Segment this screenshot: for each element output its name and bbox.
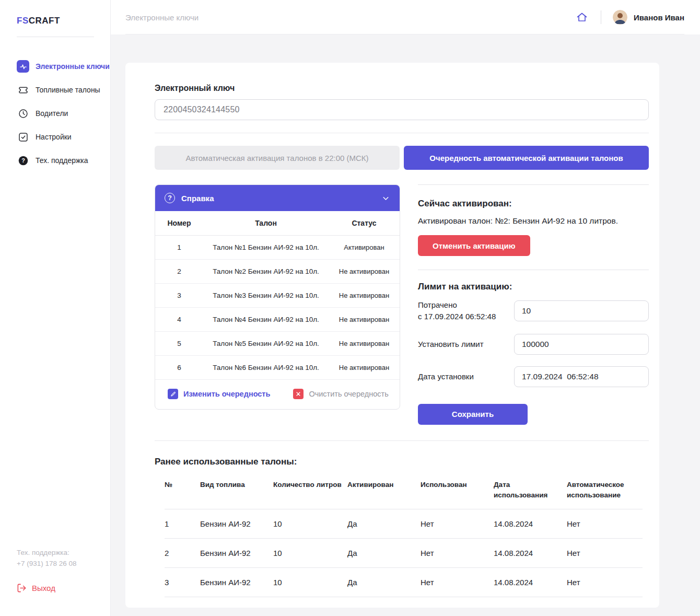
date-input[interactable] (514, 366, 649, 387)
limit-title: Лимит на активацию: (418, 282, 649, 292)
cell: Да (347, 539, 421, 568)
cell: Да (347, 509, 421, 539)
cell-talon: Талон №2 Бензин АИ-92 на 10л. (203, 260, 329, 284)
header-divider (601, 10, 601, 24)
history-title: Ранее использованные талоны: (155, 457, 649, 467)
cell-status: Не активирован (329, 308, 400, 332)
save-button[interactable]: Сохранить (418, 404, 528, 425)
table-row: 1 Бензин АИ-92 10 Да Нет 14.08.2024 Нет (165, 509, 643, 539)
cell: Нет (567, 568, 643, 597)
cell-status: Активирован (329, 236, 400, 260)
history-table: № Вид топлива Количество литров Активиро… (165, 470, 643, 598)
activation-panel: Сейчас активирован: Активирован талон: №… (418, 184, 649, 425)
sidebar-item-tech-support[interactable]: ? Тех. поддержка (17, 154, 110, 167)
limit-row: Установить лимит (418, 334, 649, 355)
date-row: Дата установки (418, 366, 649, 387)
svg-text:?: ? (21, 157, 25, 164)
user-name: Иванов Иван (634, 13, 684, 22)
home-icon[interactable] (575, 10, 589, 24)
cell: 2 (165, 539, 200, 568)
cell-num: 4 (155, 308, 203, 332)
support-phone: +7 (931) 178 26 08 (17, 558, 76, 569)
cell: Нет (567, 509, 643, 539)
content: Электронный ключ Автоматическая активаци… (111, 34, 700, 616)
chevron-down-icon[interactable] (381, 194, 390, 203)
cell-talon: Талон №4 Бензин АИ-92 на 10л. (203, 308, 329, 332)
spent-input[interactable] (514, 300, 649, 321)
cell: 14.08.2024 (494, 568, 567, 597)
brand-logo-craft: CRAFT (29, 16, 60, 26)
cell: Бензин АИ-92 (200, 568, 273, 597)
activation-tabs: Автоматическая активация талонов в 22:00… (155, 146, 649, 170)
table-row: 2 Бензин АИ-92 10 Да Нет 14.08.2024 Нет (165, 539, 643, 568)
cell: 14.08.2024 (494, 539, 567, 568)
main-area: Электронные ключи Иванов Иван Электронны… (111, 0, 700, 616)
queue-table-header: Номер Талон Статус (155, 211, 400, 236)
logout-button[interactable]: Выход (17, 583, 76, 593)
cancel-activation-button[interactable]: Отменить активацию (418, 235, 530, 256)
logout-icon (17, 583, 27, 593)
sidebar-item-settings[interactable]: Настройки (17, 131, 110, 143)
help-panel-header[interactable]: ? Справка (155, 185, 400, 211)
cell-num: 6 (155, 356, 203, 380)
app-root: FSCRAFT Электронные ключи Топливные тало… (0, 0, 700, 616)
edit-queue-button[interactable]: Изменить очередность (168, 389, 270, 399)
queue-activation-tab[interactable]: Очередность автоматической активации тал… (404, 146, 649, 170)
table-row: 3 Талон №3 Бензин АИ-92 на 10л. Не актив… (155, 284, 400, 308)
table-row: 3 Бензин АИ-92 10 Да Нет 14.08.2024 Нет (165, 568, 643, 597)
sidebar-item-fuel-coupons[interactable]: Топливные талоны (17, 84, 110, 96)
col-number: Номер (155, 211, 203, 236)
queue-table: Номер Талон Статус 1 Талон №1 Бензин АИ-… (155, 211, 400, 380)
cell-status: Не активирован (329, 260, 400, 284)
electronic-key-input[interactable] (155, 99, 649, 120)
sidebar-item-label: Электронные ключи (36, 62, 110, 71)
spent-label-line2: с 17.09.2024 06:52:48 (418, 311, 507, 322)
divider (155, 133, 649, 133)
key-label: Электронный ключ (155, 84, 649, 93)
ticket-icon (17, 84, 29, 96)
logout-label: Выход (32, 584, 55, 592)
edit-queue-label: Изменить очередность (183, 390, 270, 398)
top-bar: Электронные ключи Иванов Иван (111, 0, 700, 34)
table-row: 2 Талон №2 Бензин АИ-92 на 10л. Не актив… (155, 260, 400, 284)
col-liters: Количество литров (273, 470, 347, 509)
cell: Бензин АИ-92 (200, 509, 273, 539)
cell: 10 (273, 568, 347, 597)
current-activation-text: Активирован талон: №2: Бензин АИ-92 на 1… (418, 216, 649, 226)
col-talon: Талон (203, 211, 329, 236)
cell: Нет (421, 509, 494, 539)
activity-icon (17, 60, 29, 73)
main-card: Электронный ключ Автоматическая активаци… (125, 63, 659, 608)
cell: 3 (165, 568, 200, 597)
divider (418, 270, 649, 270)
question-filled-icon: ? (17, 154, 29, 167)
cell-status: Не активирован (329, 284, 400, 308)
cell-talon: Талон №1 Бензин АИ-92 на 10л. (203, 236, 329, 260)
spent-label: Потрачено с 17.09.2024 06:52:48 (418, 299, 507, 322)
cell-num: 1 (155, 236, 203, 260)
sidebar-item-drivers[interactable]: Водители (17, 107, 110, 120)
col-activated: Активирован (347, 470, 421, 509)
sidebar-footer: Тех. поддержка: +7 (931) 178 26 08 Выход (17, 547, 76, 593)
two-columns: ? Справка Номер Талон Стату (155, 184, 649, 425)
sidebar-item-electronic-keys[interactable]: Электронные ключи (17, 60, 110, 73)
cell-status: Не активирован (329, 332, 400, 356)
current-activation-title: Сейчас активирован: (418, 199, 649, 209)
checkbox-icon (17, 131, 29, 143)
brand-logo: FSCRAFT (17, 16, 110, 26)
spent-row: Потрачено с 17.09.2024 06:52:48 (418, 299, 649, 322)
col-used: Использован (421, 470, 494, 509)
sidebar: FSCRAFT Электронные ключи Топливные тало… (0, 0, 111, 616)
limit-input[interactable] (514, 334, 649, 355)
sidebar-nav: Электронные ключи Топливные талоны Водит… (17, 60, 110, 167)
auto-activation-tab[interactable]: Автоматическая активация талонов в 22:00… (155, 146, 400, 170)
help-title: Справка (181, 194, 375, 203)
question-circle-icon: ? (165, 193, 175, 203)
col-fuel-type: Вид топлива (200, 470, 273, 509)
table-row: 4 Талон №4 Бензин АИ-92 на 10л. Не актив… (155, 308, 400, 332)
clear-queue-button[interactable]: Очистить очередность (293, 389, 388, 399)
user-menu[interactable]: Иванов Иван (613, 10, 684, 25)
history-header-row: № Вид топлива Количество литров Активиро… (165, 470, 643, 509)
queue-actions: Изменить очередность Очистить очередност… (155, 380, 400, 409)
sidebar-item-label: Водители (36, 109, 68, 118)
